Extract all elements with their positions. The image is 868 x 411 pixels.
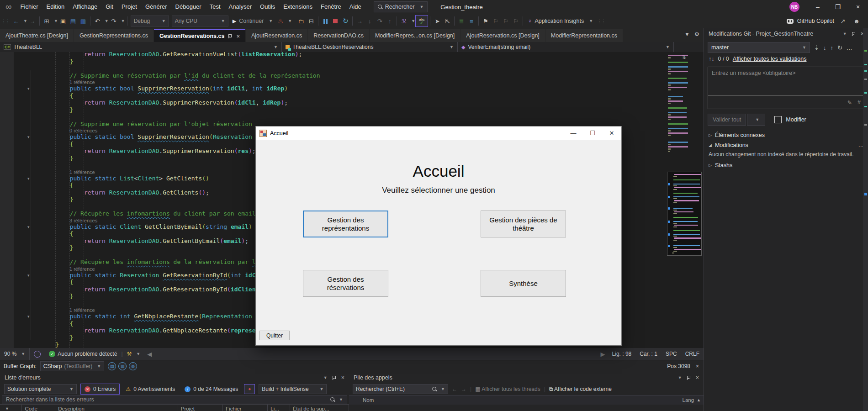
call-stack-search-input[interactable]: Rechercher (Ctrl+E) ▼ (353, 384, 448, 394)
codelens-references[interactable]: 1 référence (69, 169, 95, 175)
column-name[interactable]: Nom (349, 397, 374, 403)
related-items-section[interactable]: ▷Éléments connexes (704, 130, 868, 140)
minimize-button[interactable]: – (808, 0, 828, 14)
space-mode-indicator[interactable]: SPC (662, 351, 681, 357)
codelens-references[interactable]: 1 référence (69, 307, 95, 313)
filter-icon[interactable]: ▼ (5, 406, 9, 411)
search-box[interactable]: Rechercher ▼ (374, 1, 428, 12)
messages-filter-button[interactable]: i 0 de 24 Messages (181, 384, 242, 394)
navigate-back-icon[interactable]: ← (11, 16, 21, 26)
filter-toggle-icon[interactable]: ● (244, 384, 255, 394)
window-layout-icon[interactable]: ⊟ (306, 16, 316, 26)
column-header[interactable]: Description (55, 405, 178, 411)
fold-chevron-icon[interactable]: ▾ (27, 175, 30, 183)
git-panel-scrollbar[interactable] (863, 28, 868, 411)
navigate-forward-icon[interactable]: → (27, 16, 37, 26)
buffer-doc-icon[interactable]: ▥ (118, 362, 127, 370)
gestion-pieces-theatre-button[interactable]: Gestion des pièces de théâtre (481, 211, 566, 237)
minimap-scrollbar[interactable]: ⇅ (665, 52, 704, 348)
breadcrumb-project[interactable]: C# TheatreBLL ▼ (0, 42, 282, 52)
error-list-search-input[interactable]: Rechercher dans la liste des erreurs ▼ (2, 395, 347, 404)
pin-icon[interactable] (332, 375, 337, 380)
close-icon[interactable]: × (696, 363, 699, 369)
column-header[interactable]: Li... (268, 405, 290, 411)
changes-section[interactable]: ◢Modifications … (704, 140, 868, 150)
zoom-select[interactable]: 90 %▼ (0, 348, 30, 360)
menu-git[interactable]: Git (101, 0, 117, 14)
code-cleanup-button[interactable]: ⚒ ▼ (123, 348, 145, 360)
step-over-icon[interactable]: ↷ (375, 16, 385, 26)
commit-message-input[interactable]: Entrez un message <obligatoire> (708, 67, 865, 96)
undo-icon[interactable]: ↶ (92, 16, 102, 26)
eol-indicator[interactable]: CRLF (681, 351, 704, 357)
indent-icon[interactable]: ≣ (456, 16, 466, 26)
menu-extensions[interactable]: Extensions (279, 0, 317, 14)
outdent-icon[interactable]: ≡ (466, 16, 476, 26)
close-icon[interactable]: × (341, 374, 344, 381)
chevron-down-icon[interactable]: ▼ (843, 32, 847, 36)
cursor-icon[interactable]: ➤ (432, 16, 442, 26)
share-icon[interactable]: ↗ (838, 16, 848, 26)
menu-outils[interactable]: Outils (256, 0, 279, 14)
clear-bookmarks-icon[interactable]: ⚐ (511, 16, 521, 26)
gestion-representations-button[interactable]: Gestion des représentations (303, 211, 388, 237)
breadcrumb-class[interactable]: TheatreBLL.GestionReservations ▼ (282, 42, 458, 52)
close-icon[interactable]: × (236, 33, 240, 40)
codelens-references[interactable]: 3 références (69, 218, 97, 223)
syntax-visualizer-icon[interactable]: ℛ (399, 16, 409, 26)
warnings-filter-button[interactable]: ⚠ 0 Avertissements (122, 384, 179, 394)
chevron-down-icon[interactable]: ▼ (121, 19, 125, 23)
solution-explorer-icon[interactable]: 🗀 (296, 16, 306, 26)
hot-reload-icon[interactable]: ♨ (275, 16, 286, 26)
previous-bookmark-icon[interactable]: ⚐ (491, 16, 501, 26)
show-next-statement-icon[interactable]: → (355, 16, 365, 26)
chevron-down-icon[interactable]: ▼ (411, 19, 415, 23)
fold-chevron-icon[interactable]: ▾ (27, 224, 30, 231)
toolbar-drag-handle[interactable]: ⋮⋮ (1, 19, 10, 24)
pin-icon[interactable] (852, 32, 856, 36)
chevron-down-icon[interactable]: ▼ (105, 19, 109, 23)
bookmark-icon[interactable]: ⚑ (481, 16, 491, 26)
breadcrumb-member[interactable]: ◆ VerifierEmail(string email) ▼ (458, 42, 674, 52)
pencil-icon[interactable]: ✎ (847, 99, 852, 106)
codelens-references[interactable]: 1 référence (69, 79, 95, 85)
avatar[interactable]: NB (789, 2, 799, 12)
errors-filter-button[interactable]: ✕ 0 Erreurs (80, 384, 120, 395)
new-project-icon[interactable]: ⊞ (42, 16, 52, 26)
copilot-label[interactable]: GitHub Copilot (797, 18, 834, 24)
pause-icon[interactable] (320, 16, 330, 26)
text-buffer-abc-icon[interactable]: abc✓ (415, 15, 428, 27)
show-threads-button[interactable]: ▦ Afficher tous les threads (475, 386, 540, 392)
fold-chevron-icon[interactable]: ▾ (27, 313, 30, 321)
dialog-maximize-button[interactable]: ☐ (583, 126, 602, 140)
buffer-globe-icon[interactable]: ◍ (129, 362, 137, 370)
open-folder-icon[interactable]: ▣ (58, 16, 68, 26)
refresh-icon[interactable]: ↻ (837, 44, 842, 51)
menu-projet[interactable]: Projet (117, 0, 141, 14)
more-actions-icon[interactable]: … (847, 44, 852, 51)
build-intellisense-select[interactable]: Build + IntelliSense▼ (259, 384, 327, 394)
hscroll-right-arrow-icon[interactable]: ▶ (598, 349, 608, 359)
menu-analyser[interactable]: Analyser (225, 0, 256, 14)
debug-config-select[interactable]: Debug▼ (131, 16, 169, 26)
column-indicator[interactable]: Car. : 1 (635, 351, 662, 357)
close-button[interactable]: × (848, 0, 868, 14)
column-header[interactable]: Fichier (223, 405, 268, 411)
menu-test[interactable]: Test (206, 0, 225, 14)
hscroll-left-arrow-icon[interactable]: ◀ (144, 349, 154, 359)
push-icon[interactable]: ↑ (830, 44, 833, 51)
codelens-references[interactable]: 1 référence (69, 266, 95, 272)
menu-deboguer[interactable]: Déboguer (171, 0, 206, 14)
accessibility-icon[interactable] (34, 351, 41, 358)
fold-chevron-icon[interactable]: ▾ (27, 272, 30, 279)
stashes-section[interactable]: ▷Stashs (704, 160, 868, 170)
commit-split-chevron[interactable]: ▼ (747, 114, 765, 126)
issue-number-icon[interactable]: # (857, 99, 861, 105)
fetch-icon[interactable]: ⇣ (814, 44, 819, 51)
fold-chevron-icon[interactable]: ▾ (27, 85, 30, 93)
restore-button[interactable]: ❐ (828, 0, 848, 14)
pin-icon[interactable] (687, 375, 691, 380)
branch-select[interactable]: master▼ (708, 42, 810, 53)
amend-checkbox[interactable] (774, 116, 782, 123)
toolbar-overflow[interactable]: ⋮⋮ (597, 19, 605, 24)
